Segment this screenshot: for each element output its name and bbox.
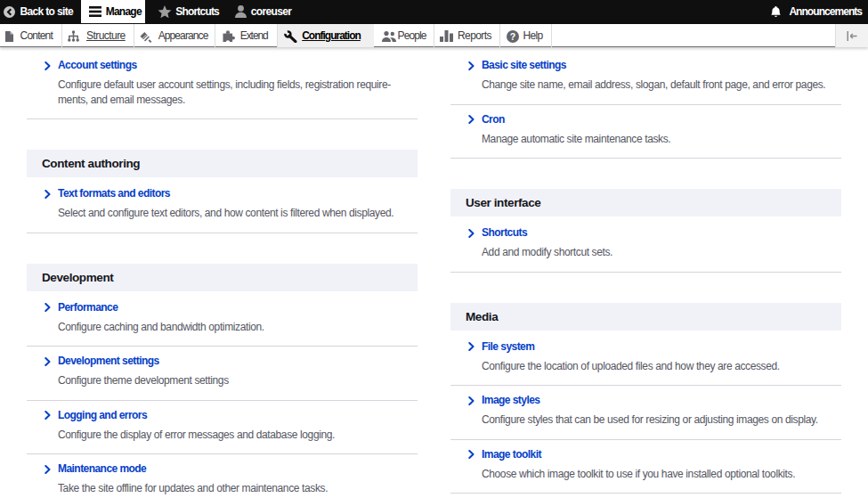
svg-text:?: ? bbox=[510, 30, 515, 41]
